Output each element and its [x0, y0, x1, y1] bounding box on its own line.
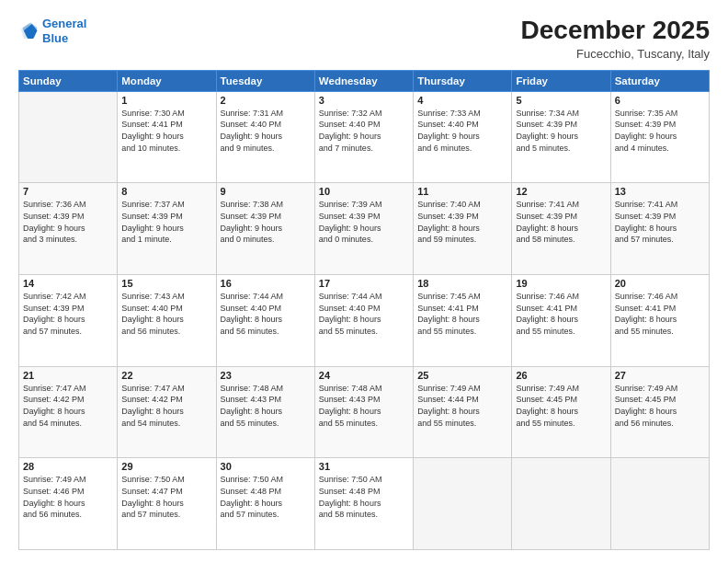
day-number: 3: [319, 95, 409, 106]
day-number: 9: [221, 186, 311, 197]
location: Fucecchio, Tuscany, Italy: [521, 47, 710, 61]
calendar-header-row: SundayMondayTuesdayWednesdayThursdayFrid…: [19, 70, 710, 91]
header: General Blue December 2025 Fucecchio, Tu…: [18, 17, 710, 61]
day-header-sunday: Sunday: [19, 70, 118, 91]
cell-info: Sunrise: 7:38 AM Sunset: 4:39 PM Dayligh…: [221, 199, 311, 245]
day-number: 19: [516, 278, 606, 289]
calendar-week-3: 14Sunrise: 7:42 AM Sunset: 4:39 PM Dayli…: [19, 275, 710, 367]
calendar-cell: 16Sunrise: 7:44 AM Sunset: 4:40 PM Dayli…: [216, 275, 314, 367]
day-header-wednesday: Wednesday: [314, 70, 413, 91]
calendar-cell: 22Sunrise: 7:47 AM Sunset: 4:42 PM Dayli…: [118, 366, 216, 458]
day-number: 2: [221, 95, 311, 106]
calendar-cell: 29Sunrise: 7:50 AM Sunset: 4:47 PM Dayli…: [118, 458, 216, 550]
calendar-cell: [610, 458, 709, 550]
day-number: 22: [121, 370, 211, 381]
cell-info: Sunrise: 7:44 AM Sunset: 4:40 PM Dayligh…: [319, 291, 409, 337]
day-number: 27: [615, 370, 705, 381]
calendar-cell: [19, 91, 118, 183]
cell-info: Sunrise: 7:49 AM Sunset: 4:46 PM Dayligh…: [23, 474, 113, 520]
day-number: 26: [516, 370, 606, 381]
calendar-cell: 23Sunrise: 7:48 AM Sunset: 4:43 PM Dayli…: [216, 366, 314, 458]
calendar-cell: [512, 458, 610, 550]
cell-info: Sunrise: 7:35 AM Sunset: 4:39 PM Dayligh…: [615, 108, 705, 154]
cell-info: Sunrise: 7:47 AM Sunset: 4:42 PM Dayligh…: [121, 383, 211, 429]
calendar-week-1: 1Sunrise: 7:30 AM Sunset: 4:41 PM Daylig…: [19, 91, 710, 183]
day-number: 12: [516, 186, 606, 197]
calendar-week-5: 28Sunrise: 7:49 AM Sunset: 4:46 PM Dayli…: [19, 458, 710, 550]
day-number: 7: [23, 186, 113, 197]
cell-info: Sunrise: 7:46 AM Sunset: 4:41 PM Dayligh…: [615, 291, 705, 337]
calendar-cell: 11Sunrise: 7:40 AM Sunset: 4:39 PM Dayli…: [414, 183, 512, 275]
day-header-tuesday: Tuesday: [216, 70, 314, 91]
cell-info: Sunrise: 7:34 AM Sunset: 4:39 PM Dayligh…: [516, 108, 606, 154]
day-header-saturday: Saturday: [610, 70, 709, 91]
calendar-cell: 19Sunrise: 7:46 AM Sunset: 4:41 PM Dayli…: [512, 275, 610, 367]
cell-info: Sunrise: 7:36 AM Sunset: 4:39 PM Dayligh…: [23, 199, 113, 245]
day-header-friday: Friday: [512, 70, 610, 91]
day-number: 11: [417, 186, 507, 197]
month-title: December 2025: [521, 17, 710, 45]
calendar-table: SundayMondayTuesdayWednesdayThursdayFrid…: [18, 70, 710, 550]
calendar-cell: 6Sunrise: 7:35 AM Sunset: 4:39 PM Daylig…: [610, 91, 709, 183]
cell-info: Sunrise: 7:42 AM Sunset: 4:39 PM Dayligh…: [23, 291, 113, 337]
day-number: 16: [221, 278, 311, 289]
title-block: December 2025 Fucecchio, Tuscany, Italy: [521, 17, 710, 61]
day-number: 4: [417, 95, 507, 106]
calendar-cell: 28Sunrise: 7:49 AM Sunset: 4:46 PM Dayli…: [19, 458, 118, 550]
day-number: 23: [221, 370, 311, 381]
cell-info: Sunrise: 7:41 AM Sunset: 4:39 PM Dayligh…: [615, 199, 705, 245]
cell-info: Sunrise: 7:32 AM Sunset: 4:40 PM Dayligh…: [319, 108, 409, 154]
calendar-cell: 31Sunrise: 7:50 AM Sunset: 4:48 PM Dayli…: [314, 458, 413, 550]
cell-info: Sunrise: 7:40 AM Sunset: 4:39 PM Dayligh…: [417, 199, 507, 245]
day-number: 1: [121, 95, 211, 106]
cell-info: Sunrise: 7:31 AM Sunset: 4:40 PM Dayligh…: [221, 108, 311, 154]
calendar-cell: 20Sunrise: 7:46 AM Sunset: 4:41 PM Dayli…: [610, 275, 709, 367]
cell-info: Sunrise: 7:45 AM Sunset: 4:41 PM Dayligh…: [417, 291, 507, 337]
cell-info: Sunrise: 7:43 AM Sunset: 4:40 PM Dayligh…: [121, 291, 211, 337]
logo: General Blue: [18, 17, 86, 45]
day-number: 30: [221, 461, 311, 472]
day-header-monday: Monday: [118, 70, 216, 91]
logo-icon: [18, 21, 39, 41]
calendar-cell: 17Sunrise: 7:44 AM Sunset: 4:40 PM Dayli…: [314, 275, 413, 367]
calendar-cell: 5Sunrise: 7:34 AM Sunset: 4:39 PM Daylig…: [512, 91, 610, 183]
page: General Blue December 2025 Fucecchio, Tu…: [0, 0, 728, 563]
day-header-thursday: Thursday: [414, 70, 512, 91]
cell-info: Sunrise: 7:49 AM Sunset: 4:44 PM Dayligh…: [417, 383, 507, 429]
calendar-week-2: 7Sunrise: 7:36 AM Sunset: 4:39 PM Daylig…: [19, 183, 710, 275]
logo-text: General Blue: [42, 17, 86, 45]
calendar-cell: [414, 458, 512, 550]
calendar-cell: 10Sunrise: 7:39 AM Sunset: 4:39 PM Dayli…: [314, 183, 413, 275]
calendar-cell: 24Sunrise: 7:48 AM Sunset: 4:43 PM Dayli…: [314, 366, 413, 458]
day-number: 18: [417, 278, 507, 289]
day-number: 13: [615, 186, 705, 197]
calendar-cell: 14Sunrise: 7:42 AM Sunset: 4:39 PM Dayli…: [19, 275, 118, 367]
logo-line2: Blue: [42, 31, 68, 45]
day-number: 6: [615, 95, 705, 106]
cell-info: Sunrise: 7:33 AM Sunset: 4:40 PM Dayligh…: [417, 108, 507, 154]
calendar-cell: 13Sunrise: 7:41 AM Sunset: 4:39 PM Dayli…: [610, 183, 709, 275]
cell-info: Sunrise: 7:49 AM Sunset: 4:45 PM Dayligh…: [615, 383, 705, 429]
calendar-cell: 12Sunrise: 7:41 AM Sunset: 4:39 PM Dayli…: [512, 183, 610, 275]
calendar-cell: 3Sunrise: 7:32 AM Sunset: 4:40 PM Daylig…: [314, 91, 413, 183]
cell-info: Sunrise: 7:48 AM Sunset: 4:43 PM Dayligh…: [221, 383, 311, 429]
cell-info: Sunrise: 7:30 AM Sunset: 4:41 PM Dayligh…: [121, 108, 211, 154]
calendar-cell: 27Sunrise: 7:49 AM Sunset: 4:45 PM Dayli…: [610, 366, 709, 458]
cell-info: Sunrise: 7:47 AM Sunset: 4:42 PM Dayligh…: [23, 383, 113, 429]
cell-info: Sunrise: 7:46 AM Sunset: 4:41 PM Dayligh…: [516, 291, 606, 337]
cell-info: Sunrise: 7:49 AM Sunset: 4:45 PM Dayligh…: [516, 383, 606, 429]
calendar-cell: 8Sunrise: 7:37 AM Sunset: 4:39 PM Daylig…: [118, 183, 216, 275]
calendar-cell: 4Sunrise: 7:33 AM Sunset: 4:40 PM Daylig…: [414, 91, 512, 183]
calendar-cell: 30Sunrise: 7:50 AM Sunset: 4:48 PM Dayli…: [216, 458, 314, 550]
day-number: 10: [319, 186, 409, 197]
cell-info: Sunrise: 7:50 AM Sunset: 4:48 PM Dayligh…: [221, 474, 311, 520]
calendar-cell: 21Sunrise: 7:47 AM Sunset: 4:42 PM Dayli…: [19, 366, 118, 458]
calendar-cell: 9Sunrise: 7:38 AM Sunset: 4:39 PM Daylig…: [216, 183, 314, 275]
cell-info: Sunrise: 7:48 AM Sunset: 4:43 PM Dayligh…: [319, 383, 409, 429]
day-number: 17: [319, 278, 409, 289]
calendar-week-4: 21Sunrise: 7:47 AM Sunset: 4:42 PM Dayli…: [19, 366, 710, 458]
day-number: 21: [23, 370, 113, 381]
cell-info: Sunrise: 7:50 AM Sunset: 4:47 PM Dayligh…: [121, 474, 211, 520]
calendar-cell: 2Sunrise: 7:31 AM Sunset: 4:40 PM Daylig…: [216, 91, 314, 183]
day-number: 8: [121, 186, 211, 197]
